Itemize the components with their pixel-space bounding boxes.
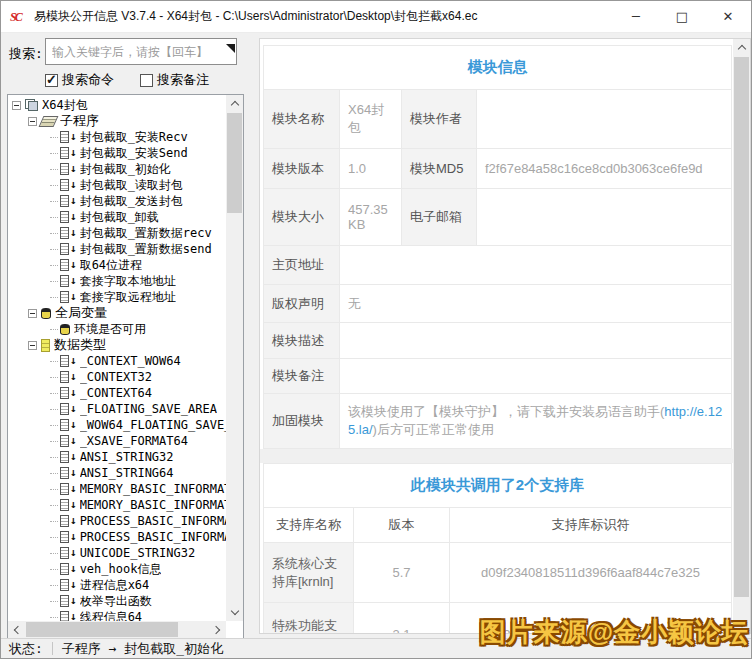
expander-minus-icon[interactable]: [12, 101, 21, 110]
search-options: 搜索命令 搜索备注: [45, 71, 209, 89]
tree-item[interactable]: ↓线程信息64: [8, 609, 226, 621]
tree-item[interactable]: ↓_FLOATING_SAVE_AREA: [8, 401, 226, 417]
var-icon: [60, 324, 70, 335]
tree-connector: [50, 457, 58, 458]
doc-icon: [60, 435, 69, 447]
module-tree-panel: X64封包子程序↓封包截取_安装Recv↓封包截取_安装Send↓封包截取_初始…: [7, 94, 244, 639]
search-input[interactable]: [46, 39, 236, 64]
tree-item[interactable]: ↓ANSI_STRING32: [8, 449, 226, 465]
tree-item[interactable]: ↓封包截取_卸载: [8, 209, 226, 225]
scroll-left-button[interactable]: [8, 621, 25, 638]
tree-item[interactable]: ↓封包截取_安装Recv: [8, 129, 226, 145]
module-info-row: 模块名称X64封包模块作者: [264, 90, 731, 148]
status-label: 状态:: [9, 640, 43, 658]
maximize-button[interactable]: □: [659, 1, 705, 33]
tree-item-label: PROCESS_BASIC_INFORMATION: [80, 514, 226, 528]
checkbox-search-command[interactable]: 搜索命令: [45, 71, 114, 89]
scrollbar-thumb[interactable]: [734, 57, 749, 597]
tree-connector: [50, 297, 58, 298]
maximize-icon: □: [676, 9, 688, 24]
scrollbar-thumb[interactable]: [227, 113, 242, 213]
tree-item-label: 线程信息64: [80, 609, 142, 622]
input-marker-icon: [226, 44, 235, 53]
close-button[interactable]: ✕: [705, 1, 751, 33]
module-tree: X64封包子程序↓封包截取_安装Recv↓封包截取_安装Send↓封包截取_初始…: [8, 95, 226, 621]
checkbox-label: 搜索备注: [157, 71, 209, 89]
tree-item-label: 全局变量: [55, 304, 107, 322]
down-arrow-icon: ↓: [70, 404, 77, 414]
chevron-up-icon: [737, 45, 745, 53]
doc-icon: [60, 355, 69, 367]
down-arrow-icon: ↓: [70, 484, 77, 494]
field-value: [477, 189, 731, 245]
tree-item[interactable]: 数据类型: [8, 337, 226, 353]
down-arrow-icon: ↓: [70, 372, 77, 382]
tree-item[interactable]: ↓封包截取_置新数据send: [8, 241, 226, 257]
tree-item[interactable]: ↓枚举导出函数: [8, 593, 226, 609]
tree-item[interactable]: ↓套接字取远程地址: [8, 289, 226, 305]
tree-item-label: 套接字取远程地址: [80, 289, 176, 306]
tree-item[interactable]: 环境是否可用: [8, 321, 226, 337]
panel-vertical-scrollbar[interactable]: [733, 39, 750, 633]
tree-item-label: 枚举导出函数: [80, 593, 152, 610]
tree-item-label: _XSAVE_FORMAT64: [80, 434, 188, 448]
expander-minus-icon[interactable]: [28, 117, 37, 126]
support-lib-name: 特殊功能支持库[spec]: [264, 603, 354, 634]
scrollbar-thumb[interactable]: [26, 622, 178, 637]
down-arrow-icon: ↓: [70, 532, 77, 542]
minimize-button[interactable]: ─: [613, 1, 659, 33]
doc-icon: [60, 403, 69, 415]
tree-item[interactable]: ↓_WOW64_FLOATING_SAVE_AREA: [8, 417, 226, 433]
tree-item[interactable]: ↓ANSI_STRING64: [8, 465, 226, 481]
expander-minus-icon[interactable]: [28, 309, 37, 318]
tree-connector: [50, 585, 58, 586]
field-label: 模块版本: [264, 149, 340, 188]
down-arrow-icon: ↓: [70, 276, 77, 286]
tree-item[interactable]: ↓MEMORY_BASIC_INFORMATION6: [8, 497, 226, 513]
tree-item[interactable]: ↓PROCESS_BASIC_INFORMATION: [8, 513, 226, 529]
tree-item[interactable]: ↓套接字取本地地址: [8, 273, 226, 289]
tree-item[interactable]: ↓MEMORY_BASIC_INFORMATION3: [8, 481, 226, 497]
column-header: 版本: [354, 508, 450, 542]
tree-connector: [50, 409, 58, 410]
field-label: 模块作者: [402, 90, 477, 148]
chevron-down-icon: [230, 607, 238, 615]
tree-item[interactable]: 全局变量: [8, 305, 226, 321]
expander-minus-icon[interactable]: [28, 341, 37, 350]
tree-item[interactable]: 子程序: [8, 113, 226, 129]
tree-connector: [50, 553, 58, 554]
tree-item[interactable]: ↓取64位进程: [8, 257, 226, 273]
scroll-down-button[interactable]: [226, 604, 243, 621]
scroll-up-button[interactable]: [733, 39, 750, 56]
tree-item[interactable]: ↓_CONTEXT64: [8, 385, 226, 401]
doc-icon: [60, 371, 69, 383]
tree-item-label: ANSI_STRING64: [80, 466, 174, 480]
field-value-text: 该模块使用了【模块守护】，请下载并安装易语言助手(: [348, 404, 664, 419]
tree-item[interactable]: X64封包: [8, 97, 226, 113]
down-arrow-icon: ↓: [70, 564, 77, 574]
tree-item-label: _CONTEXT64: [80, 386, 152, 400]
tree-item[interactable]: ↓veh_hook信息: [8, 561, 226, 577]
tree-vertical-scrollbar[interactable]: [226, 95, 243, 621]
tree-item[interactable]: ↓封包截取_安装Send: [8, 145, 226, 161]
tree-item[interactable]: ↓UNICODE_STRING32: [8, 545, 226, 561]
tree-horizontal-scrollbar[interactable]: [8, 621, 226, 638]
scroll-right-button[interactable]: [209, 621, 226, 638]
down-arrow-icon: ↓: [70, 260, 77, 270]
checkbox-search-comment[interactable]: 搜索备注: [140, 71, 209, 89]
doc-icon: [60, 163, 69, 175]
tree-item[interactable]: ↓_CONTEXT32: [8, 369, 226, 385]
tree-item[interactable]: ↓封包截取_读取封包: [8, 177, 226, 193]
module-info-panel: 模块信息 模块名称X64封包模块作者模块版本1.0模块MD5f2f67e84a5…: [259, 38, 751, 634]
tree-item[interactable]: ↓_CONTEXT_WOW64: [8, 353, 226, 369]
tree-item[interactable]: ↓封包截取_发送封包: [8, 193, 226, 209]
tree-item[interactable]: ↓封包截取_初始化: [8, 161, 226, 177]
field-value: 该模块使用了【模块守护】，请下载并安装易语言助手(http://e.125.la…: [340, 394, 731, 448]
tree-connector: [50, 393, 58, 394]
tree-item[interactable]: ↓封包截取_置新数据recv: [8, 225, 226, 241]
tree-item[interactable]: ↓PROCESS_BASIC_INFORMATION: [8, 529, 226, 545]
tree-item[interactable]: ↓_XSAVE_FORMAT64: [8, 433, 226, 449]
scroll-up-button[interactable]: [226, 95, 243, 112]
field-label: 加固模块: [264, 394, 340, 448]
tree-item[interactable]: ↓进程信息x64: [8, 577, 226, 593]
